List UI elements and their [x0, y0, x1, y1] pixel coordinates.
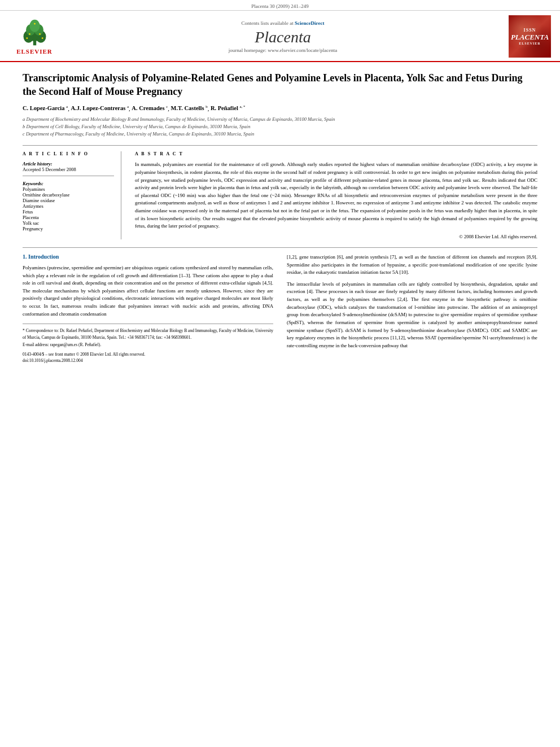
body-col-left: 1. Introduction Polyamines (putrescine, … [23, 254, 273, 364]
keyword-8: Pregnancy [23, 226, 114, 231]
keyword-2: Ornithine decarboxylase [23, 192, 114, 198]
journal-header: ELSEVIER Contents lists available at Sci… [0, 11, 560, 62]
svg-point-9 [34, 23, 36, 24]
keyword-3: Diamine oxidase [23, 198, 114, 203]
journal-center: Contents lists available at ScienceDirec… [65, 20, 500, 53]
footnote-issn: 0143-4004/$ – see front matter © 2008 El… [23, 351, 273, 357]
copyright-line: © 2008 Elsevier Ltd. All rights reserved… [135, 234, 537, 239]
placenta-badge-label: ISSN [524, 28, 536, 33]
article-info-label: A R T I C L E I N F O [23, 151, 114, 156]
keyword-1: Polyamines [23, 186, 114, 192]
abstract-label: A B S T R A C T [135, 151, 537, 156]
sciencedirect-link[interactable]: ScienceDirect [295, 20, 324, 26]
author-4: M.T. Castells b [170, 105, 207, 111]
intro-heading: 1. Introduction [23, 254, 273, 260]
author-1: C. Lopez-Garcia a [23, 105, 68, 111]
journal-info: Placenta 30 (2009) 241–249 [251, 3, 309, 9]
intro-para-3: The intracellular levels of polyamines i… [287, 281, 537, 350]
keyword-4: Antizymes [23, 203, 114, 209]
keyword-5: Fetus [23, 209, 114, 215]
accepted-date: Accepted 5 December 2008 [23, 167, 114, 172]
footnote-area: * Correspondence to: Dr. Rafael Peñafiel… [23, 324, 273, 364]
journal-title: Placenta [65, 28, 500, 46]
affil-2: b Department of Cell Biology, Faculty of… [23, 123, 537, 130]
body-col-right: [1,2], gene transcription [6], and prote… [287, 254, 537, 364]
article-info-col: A R T I C L E I N F O Article history: A… [23, 151, 121, 239]
footnote-doi: doi:10.1016/j.placenta.2008.12.004 [23, 357, 273, 364]
author-3: A. Cremades c [132, 105, 168, 111]
elsevier-logo: ELSEVIER [9, 19, 60, 55]
intro-text-right: [1,2], gene transcription [6], and prote… [287, 254, 537, 350]
footnote-email: E-mail address: rapegan@um.es (R. Peñafi… [23, 342, 273, 348]
placenta-badge-title: PLACENTA [511, 33, 549, 42]
main-content: Transcriptomic Analysis of Polyamine-Rel… [0, 62, 560, 375]
history-label: Article history: [23, 161, 114, 167]
elsevier-tree-icon [19, 19, 50, 47]
body-section: 1. Introduction Polyamines (putrescine, … [23, 247, 537, 364]
authors-line: C. Lopez-Garcia a, A.J. Lopez-Contreras … [23, 104, 537, 112]
author-2: A.J. Lopez-Contreras a [71, 105, 129, 111]
top-bar: Placenta 30 (2009) 241–249 [0, 0, 560, 11]
abstract-text: In mammals, polyamines are essential for… [135, 161, 537, 230]
placenta-badge: ISSN PLACENTA ELSEVIER [509, 15, 551, 58]
elsevier-brand-text: ELSEVIER [16, 48, 53, 55]
article-info-abstract: A R T I C L E I N F O Article history: A… [23, 145, 537, 239]
svg-point-10 [26, 37, 28, 39]
placenta-badge-sub: ELSEVIER [519, 42, 540, 45]
svg-point-8 [39, 33, 41, 34]
journal-right-logo: ISSN PLACENTA ELSEVIER [500, 15, 551, 58]
affil-1: a Department of Biochemistry and Molecul… [23, 116, 537, 123]
affiliations: a Department of Biochemistry and Molecul… [23, 116, 537, 137]
abstract-col: A B S T R A C T In mammals, polyamines a… [135, 151, 537, 239]
journal-homepage: journal homepage: www.elsevier.com/locat… [65, 47, 500, 53]
page-wrapper: Placenta 30 (2009) 241–249 ELSEVIE [0, 0, 560, 747]
affil-3: c Department of Pharmacology, Faculty of… [23, 130, 537, 138]
sciencedirect-line: Contents lists available at ScienceDirec… [65, 20, 500, 26]
body-two-col: 1. Introduction Polyamines (putrescine, … [23, 254, 537, 364]
svg-point-7 [29, 33, 30, 34]
footnote-correspondence: * Correspondence to: Dr. Rafael Peñafiel… [23, 327, 273, 340]
keyword-6: Placenta [23, 215, 114, 220]
author-5: R. Peñafiel a, * [211, 105, 246, 111]
intro-para-1: Polyamines (putrescine, spermidine and s… [23, 264, 273, 318]
svg-point-11 [41, 37, 43, 39]
intro-text-left: Polyamines (putrescine, spermidine and s… [23, 264, 273, 318]
keyword-7: Yolk sac [23, 220, 114, 226]
intro-para-2: [1,2], gene transcription [6], and prote… [287, 254, 537, 277]
svg-point-6 [29, 19, 40, 32]
article-title: Transcriptomic Analysis of Polyamine-Rel… [23, 71, 537, 99]
keywords-label: Keywords: [23, 181, 114, 186]
